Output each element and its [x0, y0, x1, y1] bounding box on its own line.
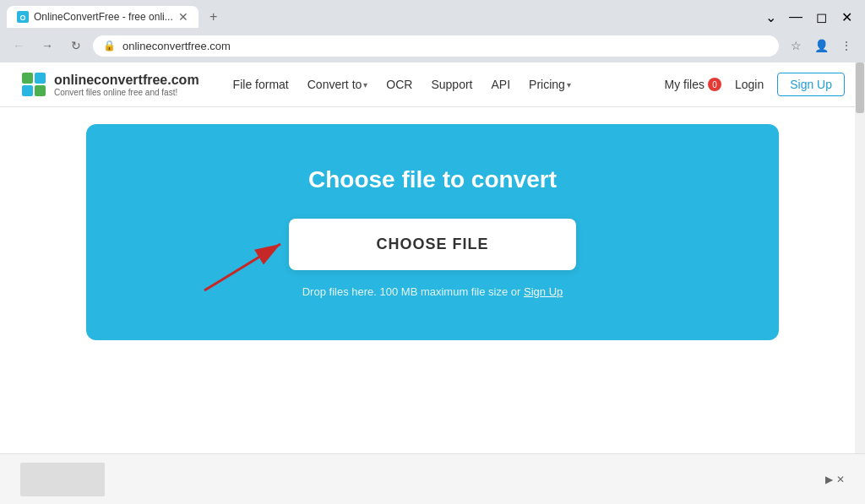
scrollbar-thumb[interactable]: [856, 62, 864, 113]
browser-frame: O OnlineConvertFree - free onli... ✕ + ⌄…: [0, 0, 865, 62]
svg-line-7: [204, 244, 280, 290]
nav-file-format[interactable]: File format: [226, 74, 296, 95]
choose-file-button[interactable]: CHOOSE FILE: [289, 219, 576, 270]
tab-title: OnlineConvertFree - free onli...: [34, 11, 173, 23]
window-controls: ⌄ — ◻ ✕: [759, 5, 858, 29]
profile-icon[interactable]: 👤: [809, 34, 833, 57]
notification-badge: 0: [708, 78, 721, 91]
ad-close-icon[interactable]: ✕: [836, 474, 845, 485]
close-window-button[interactable]: ✕: [835, 5, 858, 29]
signup-button[interactable]: Sign Up: [777, 73, 845, 96]
close-tab-button[interactable]: ✕: [178, 11, 188, 23]
chevron-down-icon[interactable]: ⌄: [759, 5, 782, 29]
drop-signup-link[interactable]: Sign Up: [524, 285, 563, 298]
scrollbar[interactable]: [855, 62, 865, 504]
logo-subtitle: Convert files online free and fast!: [54, 88, 199, 97]
upload-zone: Choose file to convert CHOOSE FILE Drop …: [86, 124, 779, 340]
new-tab-button[interactable]: +: [202, 5, 226, 29]
logo-title: onlineconvertfree.com: [54, 73, 199, 88]
address-bar[interactable]: 🔒 onlineconvertfree.com: [93, 35, 779, 57]
forward-button[interactable]: →: [35, 34, 59, 57]
lock-icon: 🔒: [103, 40, 116, 51]
upload-title: Choose file to convert: [308, 166, 557, 193]
ad-bar: ▶ ✕: [0, 453, 865, 504]
url-text: onlineconvertfree.com: [122, 40, 769, 52]
ad-placeholder: [20, 463, 105, 496]
header-right: My files 0 Login Sign Up: [664, 73, 845, 96]
main-content: Choose file to convert CHOOSE FILE Drop …: [0, 107, 865, 357]
favicon-icon: O: [17, 11, 29, 23]
logo-area: onlineconvertfree.com Convert files onli…: [20, 71, 199, 98]
reload-button[interactable]: ↻: [64, 34, 88, 57]
nav-api[interactable]: API: [485, 74, 518, 95]
bookmark-icon[interactable]: ☆: [784, 34, 808, 57]
back-button[interactable]: ←: [7, 34, 30, 57]
nav-ocr[interactable]: OCR: [379, 74, 419, 95]
svg-rect-5: [35, 85, 46, 96]
red-arrow-icon: [196, 227, 297, 295]
ad-info-icon[interactable]: ▶: [825, 474, 833, 485]
svg-rect-4: [22, 85, 33, 96]
toolbar-actions: ☆ 👤 ⋮: [784, 34, 858, 57]
browser-toolbar: ← → ↻ 🔒 onlineconvertfree.com ☆ 👤 ⋮: [0, 29, 865, 62]
browser-titlebar: O OnlineConvertFree - free onli... ✕ + ⌄…: [0, 0, 865, 29]
minimize-button[interactable]: —: [784, 5, 808, 29]
svg-rect-3: [35, 73, 46, 84]
nav-convert-to[interactable]: Convert to ▾: [301, 74, 375, 95]
my-files-label: My files: [664, 78, 704, 91]
page-content: onlineconvertfree.com Convert files onli…: [0, 62, 865, 504]
browser-tab[interactable]: O OnlineConvertFree - free onli... ✕: [7, 6, 199, 28]
menu-icon[interactable]: ⋮: [835, 34, 858, 57]
logo-text-area: onlineconvertfree.com Convert files onli…: [54, 73, 199, 97]
nav-support[interactable]: Support: [424, 74, 479, 95]
svg-text:O: O: [19, 14, 25, 22]
site-header: onlineconvertfree.com Convert files onli…: [0, 62, 865, 107]
logo-icon: [20, 71, 47, 98]
nav-pricing[interactable]: Pricing ▾: [522, 74, 578, 95]
pricing-dropdown-arrow: ▾: [567, 80, 571, 89]
ad-icons: ▶ ✕: [825, 474, 845, 485]
svg-rect-2: [22, 73, 33, 84]
convert-to-dropdown-arrow: ▾: [363, 80, 367, 89]
my-files-link[interactable]: My files 0: [664, 78, 721, 91]
maximize-button[interactable]: ◻: [809, 5, 833, 29]
login-button[interactable]: Login: [728, 74, 770, 95]
site-nav: File format Convert to ▾ OCR Support API…: [226, 74, 651, 95]
drop-text: Drop files here. 100 MB maximum file siz…: [302, 285, 563, 298]
